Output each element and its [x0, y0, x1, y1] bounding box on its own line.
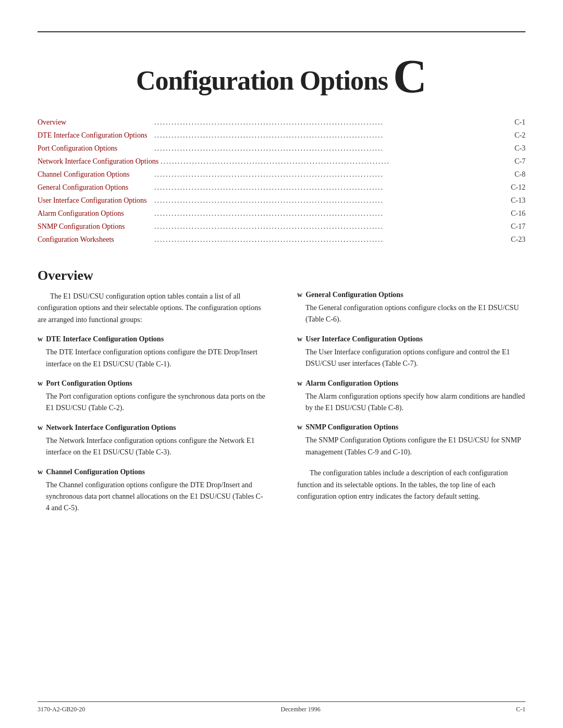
toc-link[interactable]: Alarm Configuration Options — [38, 208, 152, 219]
toc-item: Network Interface Configuration Options … — [38, 156, 525, 167]
footer-right: C-1 — [516, 706, 525, 713]
toc-link[interactable]: Channel Configuration Options — [38, 169, 152, 180]
subsection: wUser Interface Configuration OptionsThe… — [297, 335, 525, 370]
subsection-heading-text: General Configuration Options — [305, 291, 403, 299]
left-column: The E1 DSU/CSU configuration option tabl… — [38, 291, 271, 524]
toc-item: User Interface Configuration Options ...… — [38, 195, 525, 206]
overview-title: Overview — [38, 268, 525, 283]
subsection-heading: wNetwork Interface Configuration Options — [38, 424, 266, 432]
subsection: wPort Configuration OptionsThe Port conf… — [38, 379, 266, 414]
subsection-body: The Alarm configuration options specify … — [305, 391, 525, 414]
toc-dots: ........................................… — [154, 221, 509, 232]
subsection-heading: wUser Interface Configuration Options — [297, 335, 525, 343]
toc-page: C-3 — [515, 143, 525, 154]
bullet: w — [297, 423, 302, 431]
toc-dots: ........................................… — [161, 156, 512, 167]
subsection-body: The Channel configuration options config… — [46, 479, 266, 514]
chapter-header: Configuration Options C — [0, 32, 563, 112]
bullet: w — [297, 335, 302, 343]
overview-intro: The E1 DSU/CSU configuration option tabl… — [38, 291, 266, 326]
table-of-contents: Overview ...............................… — [0, 112, 563, 263]
subsection: wAlarm Configuration OptionsThe Alarm co… — [297, 379, 525, 414]
subsection-heading-text: DTE Interface Configuration Options — [46, 335, 164, 343]
subsection-heading: wChannel Configuration Options — [38, 468, 266, 476]
bullet: w — [38, 335, 43, 343]
toc-page: C-1 — [515, 117, 525, 128]
subsection-heading-text: User Interface Configuration Options — [305, 335, 423, 343]
subsection-body: The DTE Interface configuration options … — [46, 347, 266, 370]
footer-center: December 1996 — [281, 706, 321, 713]
chapter-title: Configuration Options — [136, 65, 388, 96]
toc-link[interactable]: Port Configuration Options — [38, 143, 152, 154]
subsection: wSNMP Configuration OptionsThe SNMP Conf… — [297, 423, 525, 458]
toc-page: C-16 — [511, 208, 525, 219]
footer-left: 3170-A2-GB20-20 — [38, 706, 85, 713]
subsection-body: The General configuration options config… — [305, 302, 525, 326]
subsection-heading-text: SNMP Configuration Options — [305, 423, 398, 431]
toc-dots: ........................................… — [154, 130, 512, 141]
page: Configuration Options C Overview .......… — [0, 0, 563, 728]
toc-dots: ........................................… — [154, 234, 509, 245]
subsection-body: The SNMP Configuration Options configure… — [305, 435, 525, 458]
toc-link[interactable]: General Configuration Options — [38, 182, 152, 193]
toc-dots: ........................................… — [154, 195, 509, 206]
subsection-body: The User Interface configuration options… — [305, 347, 525, 370]
chapter-letter: C — [393, 53, 427, 100]
bottom-rule — [38, 701, 525, 702]
subsection-heading: wAlarm Configuration Options — [297, 379, 525, 388]
toc-dots: ........................................… — [154, 182, 509, 193]
bullet: w — [38, 379, 43, 388]
toc-item: Configuration Worksheets ...............… — [38, 234, 525, 245]
subsection: wNetwork Interface Configuration Options… — [38, 424, 266, 459]
toc-item: Overview ...............................… — [38, 117, 525, 128]
right-subsections: wGeneral Configuration OptionsThe Genera… — [297, 291, 525, 458]
toc-page: C-23 — [511, 234, 525, 245]
toc-item: General Configuration Options ..........… — [38, 182, 525, 193]
bullet: w — [38, 468, 43, 476]
toc-item: Port Configuration Options .............… — [38, 143, 525, 154]
subsection-body: The Network Interface configuration opti… — [46, 435, 266, 459]
toc-item: Alarm Configuration Options ............… — [38, 208, 525, 219]
subsection-heading: wGeneral Configuration Options — [297, 291, 525, 299]
toc-dots: ........................................… — [154, 117, 512, 128]
subsection: wChannel Configuration OptionsThe Channe… — [38, 468, 266, 514]
subsection-heading-text: Port Configuration Options — [46, 379, 132, 388]
content-area: Overview The E1 DSU/CSU configuration op… — [0, 263, 563, 555]
bullet: w — [297, 379, 302, 388]
toc-item: DTE Interface Configuration Options ....… — [38, 130, 525, 141]
closing-paragraph: The configuration tables include a descr… — [297, 467, 525, 502]
right-column: wGeneral Configuration OptionsThe Genera… — [292, 291, 525, 524]
toc-link[interactable]: Configuration Worksheets — [38, 234, 152, 245]
toc-page: C-12 — [511, 182, 525, 193]
toc-page: C-8 — [515, 169, 525, 180]
toc-page: C-2 — [515, 130, 525, 141]
toc-page: C-13 — [511, 195, 525, 206]
toc-item: SNMP Configuration Options .............… — [38, 221, 525, 232]
left-subsections: wDTE Interface Configuration OptionsThe … — [38, 335, 266, 514]
subsection-body: The Port configuration options configure… — [46, 391, 266, 414]
toc-page: C-17 — [511, 221, 525, 232]
toc-page: C-7 — [515, 156, 525, 167]
subsection-heading-text: Network Interface Configuration Options — [46, 424, 176, 432]
overview-heading-row: Overview — [38, 268, 525, 291]
subsection-heading-text: Alarm Configuration Options — [305, 379, 398, 388]
toc-dots: ........................................… — [154, 143, 512, 154]
toc-dots: ........................................… — [154, 169, 512, 180]
footer: 3170-A2-GB20-20 December 1996 C-1 — [0, 706, 563, 713]
toc-item: Channel Configuration Options ..........… — [38, 169, 525, 180]
toc-link[interactable]: SNMP Configuration Options — [38, 221, 152, 232]
subsection-heading: wPort Configuration Options — [38, 379, 266, 388]
subsection-heading: wDTE Interface Configuration Options — [38, 335, 266, 343]
toc-link[interactable]: User Interface Configuration Options — [38, 195, 152, 206]
bullet: w — [38, 424, 43, 432]
subsection: wGeneral Configuration OptionsThe Genera… — [297, 291, 525, 326]
toc-link[interactable]: DTE Interface Configuration Options — [38, 130, 152, 141]
toc-link[interactable]: Network Interface Configuration Options — [38, 156, 158, 167]
subsection-heading: wSNMP Configuration Options — [297, 423, 525, 431]
toc-link[interactable]: Overview — [38, 117, 152, 128]
subsection: wDTE Interface Configuration OptionsThe … — [38, 335, 266, 370]
bullet: w — [297, 291, 302, 299]
subsection-heading-text: Channel Configuration Options — [46, 468, 145, 476]
toc-dots: ........................................… — [154, 208, 509, 219]
